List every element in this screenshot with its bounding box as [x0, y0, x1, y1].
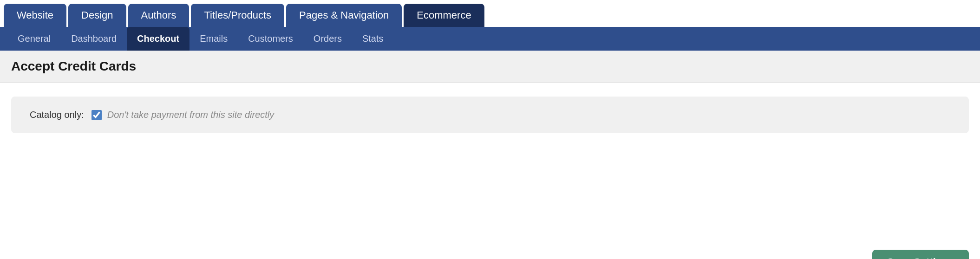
- top-nav-item-pages-navigation[interactable]: Pages & Navigation: [286, 4, 402, 27]
- second-nav-item-orders[interactable]: Orders: [303, 27, 352, 51]
- catalog-desc: Don't take payment from this site direct…: [107, 110, 274, 120]
- checkbox-wrapper: Don't take payment from this site direct…: [91, 110, 274, 120]
- second-nav-item-emails[interactable]: Emails: [189, 27, 238, 51]
- save-area: Save Settings: [0, 245, 980, 259]
- page-title-bar: Accept Credit Cards: [0, 51, 980, 83]
- second-nav-item-stats[interactable]: Stats: [352, 27, 394, 51]
- top-nav-item-design[interactable]: Design: [68, 4, 126, 27]
- second-navigation: GeneralDashboardCheckoutEmailsCustomersO…: [0, 27, 980, 51]
- content-area: Catalog only: Don't take payment from th…: [0, 83, 980, 245]
- save-settings-button[interactable]: Save Settings: [872, 250, 969, 259]
- second-nav-item-customers[interactable]: Customers: [238, 27, 303, 51]
- page-title: Accept Credit Cards: [11, 59, 969, 74]
- second-nav-item-general[interactable]: General: [7, 27, 61, 51]
- catalog-only-label: Catalog only:: [30, 110, 84, 120]
- settings-card: Catalog only: Don't take payment from th…: [11, 97, 969, 133]
- second-nav-item-dashboard[interactable]: Dashboard: [61, 27, 127, 51]
- top-nav-item-ecommerce[interactable]: Ecommerce: [404, 4, 484, 27]
- top-nav-item-titles-products[interactable]: Titles/Products: [191, 4, 284, 27]
- top-nav-item-authors[interactable]: Authors: [128, 4, 189, 27]
- top-nav-item-website[interactable]: Website: [4, 4, 66, 27]
- top-navigation: WebsiteDesignAuthorsTitles/ProductsPages…: [0, 0, 980, 27]
- catalog-only-checkbox[interactable]: [91, 110, 102, 120]
- second-nav-item-checkout[interactable]: Checkout: [127, 27, 189, 51]
